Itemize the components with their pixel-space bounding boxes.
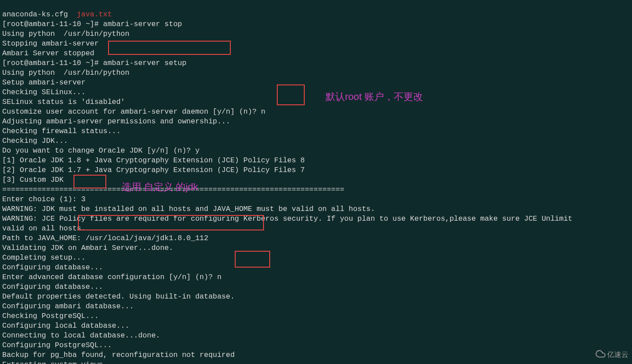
output-line: Path to JAVA_HOME: /usr/local/java/jdk1.… [2,234,208,242]
output-line: WARNING: JCE Policy files are required f… [2,215,572,223]
output-line: Checking JDK... [2,137,68,145]
terminal-output[interactable]: anaconda-ks.cfg java.txt [root@ambari-11… [0,0,632,364]
output-line: anaconda-ks.cfg java.txt [2,10,112,19]
output-line: [root@ambari-11-10 ~]# ambari-server sto… [2,20,182,28]
output-line: [2] Oracle JDK 1.7 + Java Cryptography E… [2,166,305,174]
output-line: Checking SELinux... [2,88,85,96]
output-line: SELinux status is 'disabled' [2,98,125,106]
output-line: Using python /usr/bin/python [2,69,129,77]
output-line: Setup ambari-server [2,78,85,87]
output-line: Stopping ambari-server [2,39,99,48]
output-line: Validating JDK on Ambari Server...done. [2,244,173,252]
output-line: Completing setup... [2,253,85,262]
highlight-box-account-n [277,84,305,105]
output-line: [1] Oracle JDK 1.8 + Java Cryptography E… [2,156,305,165]
output-line: ========================================… [2,185,344,194]
output-line: Ambari Server stopped [2,49,94,57]
output-line: Connecting to local database...done. [2,331,160,340]
highlight-box-setup [108,41,231,55]
output-line: Default properties detected. Using built… [2,292,235,301]
output-line: [root@ambari-11-10 ~]# ambari-server set… [2,59,186,67]
output-line: Adjusting ambari-server permissions and … [2,117,230,126]
output-line: Configuring ambari database... [2,302,134,310]
output-line: WARNING: JDK must be installed on all ho… [2,205,375,213]
output-line: [3] Custom JDK [2,176,64,184]
output-line: Enter advanced database configuration [y… [2,273,221,281]
highlight-box-db-n [235,251,270,268]
output-line: Configuring database... [2,263,103,272]
output-line: Extracting system views... [2,360,116,364]
annotation-root-account: 默认root 账户，不更改 [326,92,423,102]
output-line: Using python /usr/bin/python [2,30,129,38]
output-line: Configuring database... [2,283,103,291]
output-line: Configuring local database... [2,322,129,330]
output-line: Backup for pg_hba found, reconfiguration… [2,351,235,359]
output-line: Checking firewall status... [2,127,120,135]
output-line: Customize user account for ambari-server… [2,107,265,116]
output-line: Checking PostgreSQL... [2,312,99,320]
output-line: Do you want to change Oracle JDK [y/n] (… [2,146,200,155]
output-line: Enter choice (1): 3 [2,195,85,203]
output-line: valid on all hosts. [2,224,85,233]
output-line: Configuring PostgreSQL... [2,341,112,349]
